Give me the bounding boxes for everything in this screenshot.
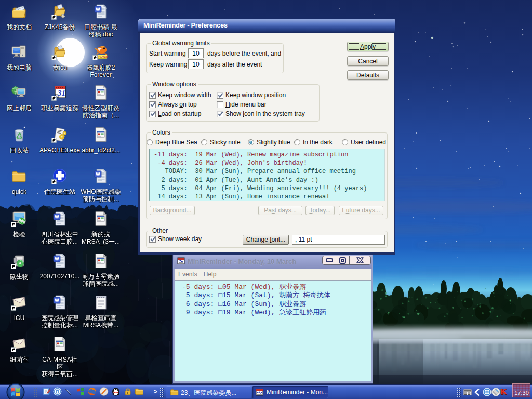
svg-text:31: 31	[57, 89, 65, 97]
svg-text:P.EVEP.: P.EVEP.	[99, 55, 109, 58]
